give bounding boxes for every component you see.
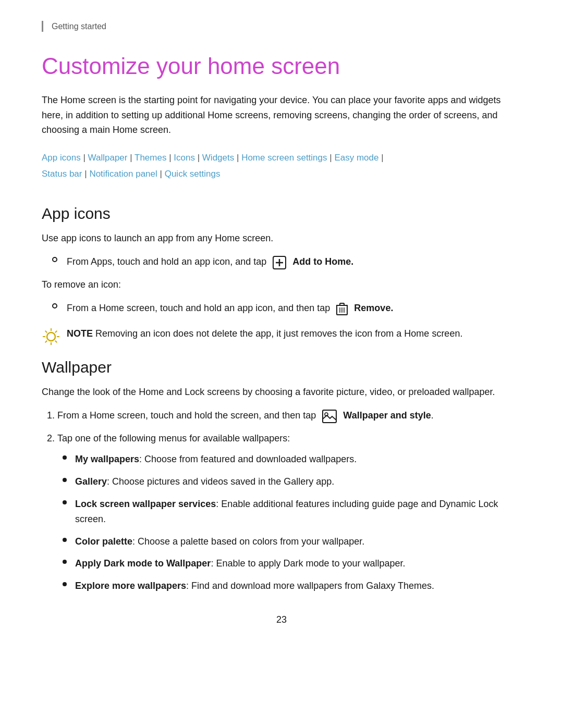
wallpaper-description: Change the look of the Home and Lock scr… <box>42 385 521 400</box>
wallpaper-heading: Wallpaper <box>42 359 521 376</box>
wallpaper-steps: From a Home screen, touch and hold the s… <box>42 408 521 594</box>
nav-link-notification-panel[interactable]: Notification panel <box>89 169 157 179</box>
wallpaper-sub-bullets: My wallpapers: Choose from featured and … <box>57 452 521 594</box>
bullet-circle-1 <box>52 257 57 262</box>
app-icons-bullet-1: From Apps, touch and hold an app icon, a… <box>42 254 521 270</box>
nav-link-wallpaper[interactable]: Wallpaper <box>88 153 128 163</box>
svg-line-14 <box>45 331 47 333</box>
note-block: NOTE Removing an icon does not delete th… <box>42 326 521 346</box>
note-text: NOTE Removing an icon does not delete th… <box>67 326 462 341</box>
breadcrumb: Getting started <box>42 21 521 32</box>
wallpaper-style-icon <box>321 409 338 424</box>
app-icons-bullet-2: From a Home screen, touch and hold an ap… <box>42 301 521 316</box>
svg-point-9 <box>47 332 55 341</box>
sub-bullet-gallery: Gallery: Choose pictures and videos save… <box>63 474 521 489</box>
nav-link-status-bar[interactable]: Status bar <box>42 169 82 179</box>
app-icons-bullet-1-text: From Apps, touch and hold an app icon, a… <box>67 254 353 270</box>
svg-line-16 <box>55 331 57 333</box>
sub-bullet-dark-mode: Apply Dark mode to Wallpaper: Enable to … <box>63 556 521 571</box>
app-icons-section: App icons Use app icons to launch an app… <box>42 205 521 346</box>
wallpaper-step-2: Tap one of the following menus for avail… <box>57 431 521 594</box>
svg-rect-19 <box>323 410 336 423</box>
nav-link-easy-mode[interactable]: Easy mode <box>334 153 378 163</box>
svg-rect-5 <box>340 303 344 305</box>
sub-bullet-explore-wallpapers: Explore more wallpapers: Find and downlo… <box>63 578 521 594</box>
nav-link-icons[interactable]: Icons <box>174 153 195 163</box>
app-icons-heading: App icons <box>42 205 521 223</box>
sub-bullet-my-wallpapers: My wallpapers: Choose from featured and … <box>63 452 521 467</box>
nav-link-app-icons[interactable]: App icons <box>42 153 81 163</box>
nav-links-bar: App icons | Wallpaper | Themes | Icons |… <box>42 150 521 182</box>
app-icons-description: Use app icons to launch an app from any … <box>42 231 521 246</box>
sub-bullet-lock-screen-wallpaper: Lock screen wallpaper services: Enable a… <box>63 497 521 527</box>
svg-line-15 <box>55 341 57 343</box>
nav-link-widgets[interactable]: Widgets <box>202 153 234 163</box>
nav-link-home-screen-settings[interactable]: Home screen settings <box>241 153 327 163</box>
breadcrumb-text: Getting started <box>52 22 106 31</box>
intro-paragraph: The Home screen is the starting point fo… <box>42 93 521 138</box>
remove-trash-icon <box>335 301 349 316</box>
wallpaper-section: Wallpaper Change the look of the Home an… <box>42 359 521 594</box>
sub-bullet-color-palette: Color palette: Choose a palette based on… <box>63 534 521 549</box>
page-number: 23 <box>42 614 521 625</box>
remove-intro: To remove an icon: <box>42 277 521 292</box>
add-to-home-icon <box>271 255 288 270</box>
nav-link-themes[interactable]: Themes <box>134 153 166 163</box>
page-title: Customize your home screen <box>42 53 521 80</box>
page-container: Getting started Customize your home scre… <box>0 0 563 728</box>
svg-line-17 <box>45 341 47 343</box>
app-icons-bullet-2-text: From a Home screen, touch and hold an ap… <box>67 301 393 316</box>
note-icon <box>42 327 60 346</box>
nav-link-quick-settings[interactable]: Quick settings <box>165 169 221 179</box>
wallpaper-step-1: From a Home screen, touch and hold the s… <box>57 408 521 424</box>
bullet-circle-2 <box>52 303 57 309</box>
